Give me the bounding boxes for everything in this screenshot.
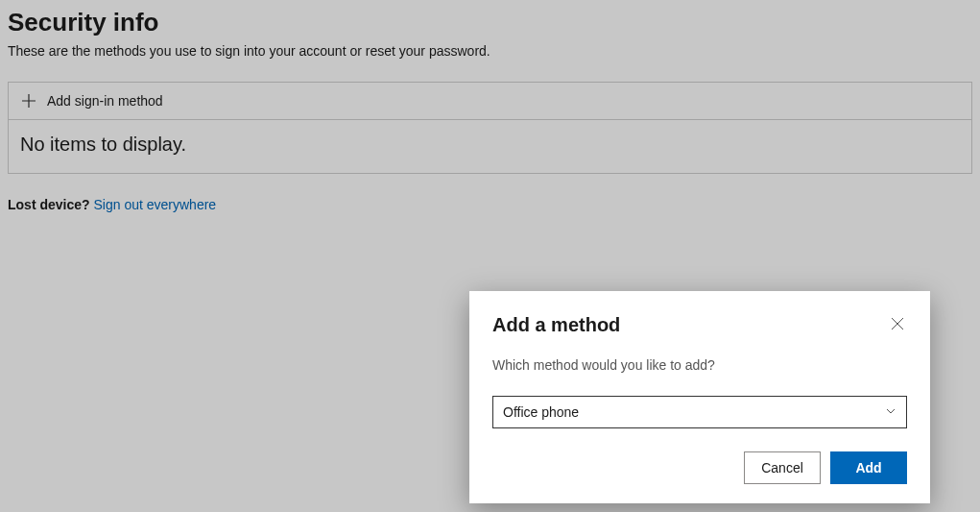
dialog-title: Add a method xyxy=(492,314,620,336)
dialog-actions: Cancel Add xyxy=(492,451,907,484)
dialog-header: Add a method xyxy=(492,314,907,336)
chevron-down-icon xyxy=(885,403,896,421)
add-method-dialog: Add a method Which method would you like… xyxy=(469,291,930,503)
add-button[interactable]: Add xyxy=(830,451,907,484)
method-select-value: Office phone xyxy=(503,404,579,420)
cancel-button-label: Cancel xyxy=(761,460,803,475)
close-icon xyxy=(891,317,904,334)
close-button[interactable] xyxy=(888,316,907,335)
add-button-label: Add xyxy=(855,460,881,475)
dialog-subtitle: Which method would you like to add? xyxy=(492,357,907,373)
cancel-button[interactable]: Cancel xyxy=(744,451,821,484)
method-select[interactable]: Office phone xyxy=(492,396,907,428)
